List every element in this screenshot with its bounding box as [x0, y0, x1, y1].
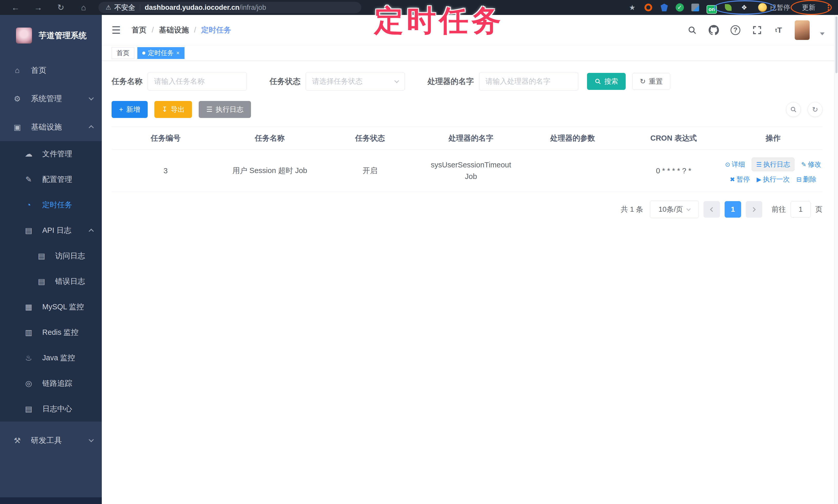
security-label: 不安全: [115, 3, 135, 12]
help-icon[interactable]: ?: [730, 24, 741, 36]
browser-nav-buttons: ← → ↻ ⌂: [0, 3, 88, 12]
play-icon: ▶: [756, 176, 761, 183]
execution-log-button[interactable]: ☰ 执行日志: [199, 101, 251, 118]
cell-task-status: 开启: [320, 150, 420, 192]
add-button[interactable]: + 新增: [111, 101, 148, 118]
breadcrumb-infrastructure[interactable]: 基础设施: [159, 25, 189, 35]
extension-orange-icon[interactable]: [644, 3, 653, 12]
cloud-icon: ☁: [24, 149, 34, 158]
tag-home[interactable]: 首页: [111, 47, 134, 59]
export-button-label: 导出: [171, 105, 185, 114]
layers-icon: ▥: [24, 328, 34, 337]
cell-task-id: 3: [111, 150, 220, 192]
sidebar-item-error-logs[interactable]: ▤ 错误日志: [0, 269, 102, 294]
pause-link[interactable]: ✖ 暂停: [730, 175, 750, 184]
avatar-caret-icon[interactable]: [820, 33, 825, 35]
search-icon[interactable]: [686, 24, 698, 36]
sidebar-item-log-center[interactable]: ▤ 日志中心: [0, 396, 102, 421]
sidebar-item-label: 定时任务: [42, 200, 72, 210]
export-button[interactable]: ↧ 导出: [154, 101, 192, 118]
github-icon[interactable]: [708, 24, 719, 36]
database-icon: ▦: [24, 302, 34, 311]
task-name-input[interactable]: [148, 72, 247, 91]
close-icon[interactable]: ×: [176, 50, 180, 56]
tags-view-bar: 首页 定时任务 ×: [102, 45, 838, 61]
profile-paused-pill[interactable]: 已暂停: [755, 2, 793, 13]
browser-home-icon[interactable]: ⌂: [79, 3, 88, 12]
sidebar-item-label: API 日志: [42, 226, 71, 236]
browser-extensions-area: ★ ✓ on ❖ 已暂停 更新 ⋮: [628, 0, 838, 15]
sidebar-item-scheduled-tasks[interactable]: ◔ 定时任务: [0, 192, 102, 218]
extension-check-icon[interactable]: ✓: [676, 3, 684, 12]
toggle-search-icon[interactable]: [786, 102, 801, 117]
browser-update-button[interactable]: 更新: [799, 2, 818, 13]
leaf-extension-icon[interactable]: [723, 3, 733, 12]
sidebar-item-label: 错误日志: [55, 276, 85, 287]
sidebar-item-link-tracing[interactable]: ◎ 链路追踪: [0, 371, 102, 396]
extensions-puzzle-icon[interactable]: ❖: [739, 3, 749, 12]
chevron-up-icon: [89, 229, 94, 234]
sidebar-item-file-management[interactable]: ☁ 文件管理: [0, 141, 102, 167]
page-number-button[interactable]: 1: [724, 201, 741, 218]
chevron-down-icon: [394, 78, 399, 83]
sidebar-item-infrastructure[interactable]: ▣ 基础设施: [0, 113, 102, 141]
search-button[interactable]: 搜索: [587, 73, 626, 90]
table-header-row: 任务编号 任务名称 任务状态 处理器的名字 处理器的参数 CRON 表达式 操作: [111, 127, 823, 150]
modify-link[interactable]: ✎ 修改: [801, 160, 821, 169]
table-row: 3 用户 Session 超时 Job 开启 sysUserSessionTim…: [111, 150, 823, 192]
bookmark-star-icon[interactable]: ★: [628, 3, 637, 12]
trash-icon: ⊟: [796, 176, 801, 183]
sidebar-footer-strip: [0, 497, 102, 504]
next-page-button[interactable]: [746, 201, 762, 218]
breadcrumb-separator: /: [152, 26, 154, 34]
sidebar-item-dev-tools[interactable]: ⚒ 研发工具: [0, 426, 102, 454]
sidebar-item-api-logs[interactable]: ▤ API 日志: [0, 218, 102, 243]
fullscreen-icon[interactable]: [751, 24, 763, 36]
pencil-icon: ✎: [801, 161, 806, 168]
refresh-icon[interactable]: ↻: [808, 102, 823, 117]
browser-menu-kebab-icon[interactable]: ⋮: [825, 3, 832, 12]
sidebar-item-redis-monitor[interactable]: ▥ Redis 监控: [0, 320, 102, 345]
forward-icon[interactable]: →: [34, 3, 43, 12]
prev-page-button[interactable]: [703, 201, 720, 218]
sidebar-collapse-icon[interactable]: ☰: [111, 24, 121, 36]
detail-link[interactable]: ⊙ 详细: [725, 160, 745, 169]
handler-name-input[interactable]: [479, 72, 578, 91]
back-icon[interactable]: ←: [11, 3, 20, 12]
reset-button[interactable]: ↻ 重置: [632, 73, 670, 90]
pagination: 共 1 条 10条/页 1 前往 页: [111, 201, 823, 218]
extension-blue-icon[interactable]: [660, 3, 669, 12]
handler-name-label: 处理器的名字: [427, 76, 474, 87]
app-logo-row[interactable]: 芋道管理系统: [0, 15, 102, 56]
sidebar-item-mysql-monitor[interactable]: ▦ MySQL 监控: [0, 294, 102, 320]
on-badge[interactable]: on: [706, 5, 717, 14]
breadcrumb-home[interactable]: 首页: [132, 25, 146, 35]
page-scrollbar[interactable]: [834, 15, 838, 504]
reload-icon[interactable]: ↻: [56, 3, 66, 12]
font-size-icon[interactable]: tT: [773, 24, 784, 36]
gear-icon: ⚙: [12, 94, 22, 103]
run-once-link[interactable]: ▶ 执行一次: [756, 175, 789, 184]
goto-page-input[interactable]: [790, 201, 811, 218]
emoji-avatar-icon: [758, 3, 767, 12]
delete-link[interactable]: ⊟ 删除: [796, 175, 816, 184]
list-icon: ☰: [206, 105, 212, 113]
select-placeholder: 请选择任务状态: [312, 76, 363, 86]
page-unit-label: 页: [815, 204, 823, 214]
scrollbar-thumb[interactable]: [835, 17, 837, 73]
row-execution-log-link[interactable]: ☰ 执行日志: [752, 158, 795, 171]
sidebar-item-system[interactable]: ⚙ 系统管理: [0, 85, 102, 113]
user-avatar[interactable]: [795, 20, 810, 40]
address-bar[interactable]: ⚠ 不安全 dashboard.yudao.iocoder.cn /infra/…: [99, 2, 361, 13]
task-status-select[interactable]: 请选择任务状态: [305, 72, 405, 91]
sidebar-item-config-management[interactable]: ✎ 配置管理: [0, 167, 102, 192]
page-size-select[interactable]: 10条/页: [650, 201, 699, 218]
edit-icon: ✎: [24, 175, 34, 184]
extension-grid-icon[interactable]: [691, 3, 700, 12]
page-content: 任务名称 任务状态 请选择任务状态 处理器的名字 搜索 ↻ 重置: [102, 61, 838, 218]
sidebar-item-label: 文件管理: [42, 149, 72, 159]
tag-scheduled-tasks[interactable]: 定时任务 ×: [137, 47, 185, 59]
sidebar-item-home[interactable]: ⌂ 首页: [0, 56, 102, 85]
sidebar-item-access-logs[interactable]: ▤ 访问日志: [0, 243, 102, 269]
sidebar-item-java-monitor[interactable]: ♨ Java 监控: [0, 345, 102, 371]
